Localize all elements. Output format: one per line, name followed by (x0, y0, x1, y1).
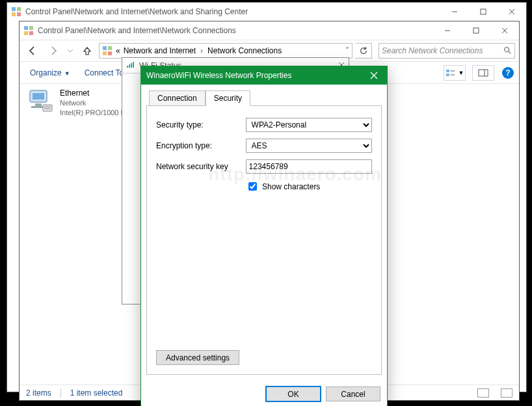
label-network-key: Network security key (156, 162, 241, 171)
svg-rect-26 (479, 70, 488, 76)
svg-rect-16 (103, 46, 107, 50)
svg-rect-5 (481, 9, 486, 14)
address-dropdown[interactable]: ˅ (345, 46, 349, 55)
svg-rect-9 (29, 26, 33, 30)
titlebar-sharing-center[interactable]: Control Panel\Network and Internet\Netwo… (7, 3, 526, 21)
crumb-2[interactable]: Network Connections (207, 46, 282, 55)
chevron-right-icon[interactable]: › (199, 46, 204, 55)
title-text: Control Panel\Network and Internet\Netwo… (38, 26, 236, 35)
help-button[interactable]: ? (502, 67, 514, 79)
select-security-type[interactable]: WPA2-Personal (246, 118, 372, 132)
svg-rect-1 (17, 7, 21, 11)
svg-rect-38 (133, 62, 134, 68)
svg-rect-3 (17, 12, 21, 16)
svg-point-20 (505, 47, 509, 51)
status-selected-count: 1 item selected (70, 388, 123, 398)
dialog-buttons: OK Cancel (141, 380, 387, 406)
cancel-button[interactable]: Cancel (326, 386, 380, 401)
titlebar-network-connections[interactable]: Control Panel\Network and Internet\Netwo… (20, 21, 519, 40)
svg-rect-18 (103, 51, 107, 55)
nav-recent-dropdown[interactable] (65, 42, 75, 59)
item-status: Network (60, 98, 127, 108)
input-network-key[interactable] (246, 159, 372, 174)
close-button[interactable] (498, 3, 526, 21)
wifi-icon (126, 61, 135, 70)
svg-rect-36 (129, 64, 130, 68)
checkbox-show-characters[interactable] (248, 182, 257, 191)
title-text: Control Panel\Network and Internet\Netwo… (25, 7, 248, 16)
view-options-button[interactable]: ▼ (444, 65, 466, 81)
breadcrumb[interactable]: « Network and Internet › Network Connect… (99, 43, 352, 59)
svg-rect-8 (24, 26, 28, 30)
item-device: Intel(R) PRO/1000 M (60, 108, 127, 118)
refresh-button[interactable] (355, 43, 372, 59)
svg-rect-10 (24, 31, 28, 35)
svg-rect-23 (446, 74, 449, 76)
tabpanel-security: Security type: WPA2-Personal Encryption … (146, 105, 382, 375)
item-title: Ethernet (60, 88, 127, 98)
close-button[interactable] (490, 21, 519, 40)
svg-rect-17 (108, 46, 112, 50)
nav-up-button[interactable] (78, 42, 96, 59)
nav-back-button[interactable] (23, 42, 42, 59)
minimize-button[interactable] (433, 21, 462, 40)
svg-line-21 (509, 51, 511, 53)
network-adapter-icon (26, 88, 55, 114)
svg-rect-32 (43, 105, 52, 111)
label-encryption-type: Encryption type: (156, 141, 241, 150)
details-view-button[interactable] (477, 388, 489, 398)
nav-forward-button[interactable] (44, 42, 62, 59)
control-panel-icon (102, 46, 113, 56)
search-placeholder: Search Network Connections (382, 46, 483, 55)
search-icon (503, 46, 512, 57)
crumb-0[interactable]: « (116, 46, 120, 55)
label-security-type: Security type: (156, 120, 241, 129)
svg-rect-29 (33, 93, 44, 100)
dialog-title-text: WinaeroWiFi Wireless Network Properties (146, 71, 291, 80)
advanced-settings-button[interactable]: Advanced settings (156, 350, 239, 365)
tabs: Connection Security (146, 90, 382, 106)
svg-rect-11 (29, 31, 33, 35)
maximize-button[interactable] (462, 21, 490, 40)
tab-connection[interactable]: Connection (149, 90, 206, 106)
control-panel-icon (23, 25, 34, 36)
svg-rect-37 (131, 63, 132, 68)
chevron-down-icon: ▼ (64, 70, 70, 77)
organize-button[interactable]: Organize▼ (25, 66, 75, 79)
svg-rect-19 (108, 51, 112, 55)
svg-rect-2 (12, 12, 16, 16)
svg-rect-30 (35, 103, 42, 106)
maximize-button[interactable] (469, 3, 498, 21)
label-show-characters: Show characters (262, 182, 320, 191)
svg-rect-13 (473, 28, 479, 33)
svg-rect-35 (127, 66, 128, 68)
minimize-button[interactable] (440, 3, 469, 21)
select-encryption-type[interactable]: AES (246, 139, 372, 153)
crumb-1[interactable]: Network and Internet (124, 46, 196, 55)
svg-rect-0 (12, 7, 16, 11)
tab-security[interactable]: Security (206, 90, 250, 106)
ok-button[interactable]: OK (266, 386, 321, 401)
control-panel-icon (11, 7, 21, 17)
preview-pane-button[interactable] (472, 65, 494, 81)
status-item-count: 2 items (26, 388, 51, 398)
dialog-titlebar[interactable]: WinaeroWiFi Wireless Network Properties (141, 66, 387, 85)
search-input[interactable]: Search Network Connections (379, 43, 515, 59)
svg-rect-22 (446, 70, 449, 72)
close-button[interactable] (361, 66, 387, 85)
dialog-wireless-properties: WinaeroWiFi Wireless Network Properties … (140, 66, 388, 406)
chevron-down-icon: ▼ (459, 70, 464, 76)
large-icons-view-button[interactable] (501, 388, 512, 398)
